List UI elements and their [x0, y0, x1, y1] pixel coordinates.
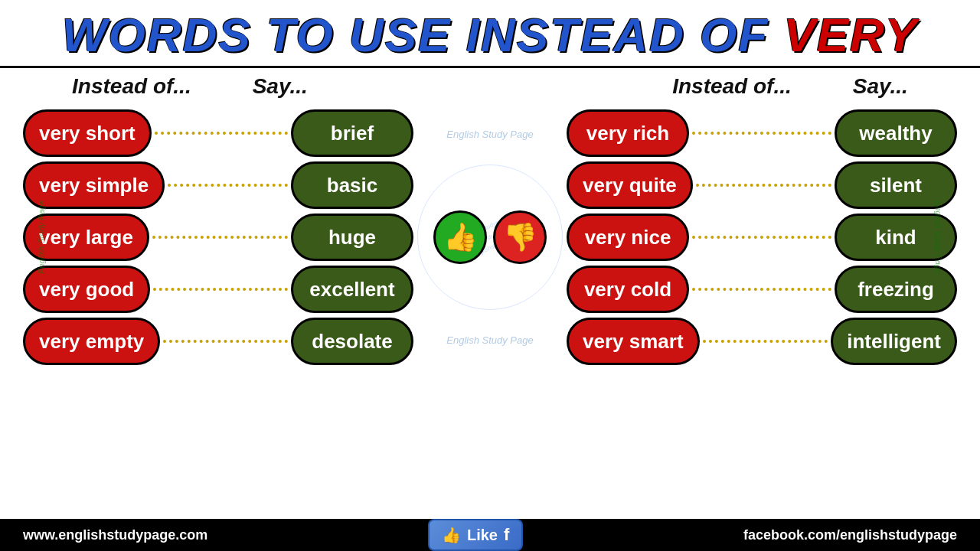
connector-right-3: [692, 236, 831, 239]
left-say-header: Say...: [253, 74, 308, 99]
right-instead-2: very quite: [567, 161, 693, 209]
right-say-header: Say...: [853, 74, 908, 99]
right-url: facebook.com/englishstudypage: [743, 527, 957, 543]
right-say-5: intelligent: [831, 318, 957, 365]
left-say-5: desolate: [291, 318, 413, 365]
right-row-5: very smart intelligent: [567, 318, 957, 365]
left-say-2: basic: [291, 161, 413, 209]
left-row-1: very short brief: [23, 109, 413, 157]
bottom-bar: www.englishstudypage.com 👍 Like f facebo…: [0, 519, 980, 551]
title-bar: WORDS TO USE INSTEAD OF VERY: [0, 0, 980, 68]
right-headers: Instead of... Say...: [672, 74, 908, 99]
thumbs-up-icon: 👍: [433, 210, 487, 264]
right-instead-header: Instead of...: [672, 74, 792, 99]
connector-left-4: [153, 288, 288, 291]
thumbs-up-emoji: 👍: [442, 526, 461, 544]
connector-left-3: [152, 236, 288, 239]
right-instead-1: very rich: [567, 109, 689, 157]
right-row-1: very rich wealthy: [567, 109, 957, 157]
center-watermark-top: English Study Page: [446, 129, 533, 140]
thumbs-container: 👍 👎: [433, 210, 547, 264]
center-area: www.englishstudypage.comwww.englishstudy…: [421, 106, 559, 369]
main-content: English Study Page English Study Page ve…: [0, 102, 980, 373]
left-headers: Instead of... Say...: [72, 74, 308, 99]
connector-left-1: [155, 132, 288, 135]
connector-left-5: [163, 340, 288, 343]
left-say-1: brief: [291, 109, 413, 157]
column-headers: Instead of... Say... Instead of... Say..…: [0, 68, 980, 102]
connector-right-5: [703, 340, 828, 343]
connector-left-2: [168, 184, 288, 187]
left-instead-header: Instead of...: [72, 74, 191, 99]
like-label: Like: [467, 527, 498, 544]
center-watermark-bottom: English Study Page: [446, 334, 533, 346]
right-say-1: wealthy: [835, 109, 957, 157]
right-half: very rich wealthy very quite silent very…: [559, 106, 980, 369]
page-title: WORDS TO USE INSTEAD OF VERY: [62, 8, 918, 61]
right-instead-5: very smart: [567, 318, 700, 365]
left-say-3: huge: [291, 214, 413, 261]
left-instead-5: very empty: [23, 318, 160, 365]
connector-right-2: [696, 184, 831, 187]
right-instead-4: very cold: [567, 266, 689, 313]
left-row-3: very large huge: [23, 214, 413, 261]
facebook-icon: f: [504, 525, 509, 545]
left-url: www.englishstudypage.com: [23, 527, 207, 543]
right-row-2: very quite silent: [567, 161, 957, 209]
left-half: very short brief very simple basic very …: [0, 106, 421, 369]
right-instead-3: very nice: [567, 214, 689, 261]
side-watermark-right: English Study Page: [934, 201, 943, 274]
connector-right-4: [692, 288, 831, 291]
left-say-4: excellent: [291, 266, 413, 313]
left-row-5: very empty desolate: [23, 318, 413, 365]
side-watermark-left: English Study Page: [37, 201, 46, 274]
like-button[interactable]: 👍 Like f: [428, 519, 523, 551]
right-row-3: very nice kind: [567, 214, 957, 261]
left-row-2: very simple basic: [23, 161, 413, 209]
right-row-4: very cold freezing: [567, 266, 957, 313]
left-row-4: very good excellent: [23, 266, 413, 313]
thumbs-down-icon: 👎: [493, 210, 547, 264]
connector-right-1: [692, 132, 831, 135]
left-instead-1: very short: [23, 109, 152, 157]
